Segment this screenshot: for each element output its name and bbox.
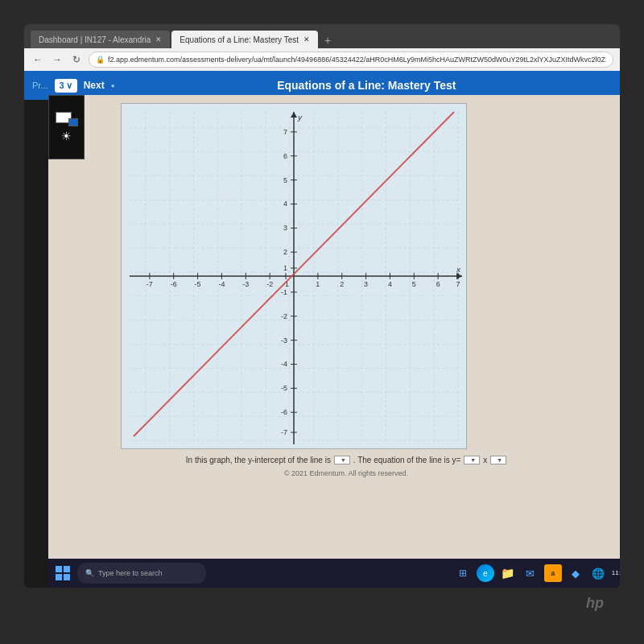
svg-text:-2: -2 [266,280,273,288]
svg-text:1: 1 [316,280,320,288]
address-bar: ← → ↻ 🔒 f2.app.edmentum.com/assessments-… [24,48,620,71]
taskbar-mail-icon[interactable]: ✉ [522,564,539,582]
svg-text:-4: -4 [218,280,225,288]
laptop-bezel: Dashboard | IN127 - Alexandria ✕ Equatio… [0,0,644,644]
svg-text:-5: -5 [195,280,201,288]
svg-text:-7: -7 [147,280,153,288]
chevron-down-icon: ∨ [66,80,72,91]
sidebar-widget: ☀ [48,95,85,159]
svg-text:5: 5 [412,280,416,288]
graph-svg: -7 -6 -5 -4 -3 -2 [122,104,466,448]
svg-text:2: 2 [340,280,344,288]
forward-button[interactable]: → [50,52,64,67]
question-text: In this graph, the y-intercept of the li… [186,456,506,464]
screen: Dashboard | IN127 - Alexandria ✕ Equatio… [24,24,620,588]
page-title: Equations of a Line: Mastery Test [122,79,612,92]
taskbar-amazon-icon[interactable]: a [544,564,562,582]
windows-icon [56,566,70,580]
svg-text:-3: -3 [281,336,287,345]
svg-text:4: 4 [388,280,392,288]
main-content: ☀ [48,95,620,559]
start-button[interactable] [53,564,72,583]
taskbar-globe-icon[interactable]: 🌐 [589,564,607,582]
taskbar-folder-icon[interactable]: 📁 [499,564,517,582]
svg-text:-6: -6 [171,280,177,288]
svg-text:3: 3 [283,224,287,232]
back-button[interactable]: ← [31,52,45,67]
question-text-2: . The equation of the line is y= [353,456,461,464]
next-button[interactable]: Next [84,80,105,91]
tab-dashboard[interactable]: Dashboard | IN127 - Alexandria ✕ [31,31,170,48]
equation-intercept-dropdown[interactable] [490,456,506,464]
tab-equations[interactable]: Equations of a Line: Mastery Test ✕ [171,31,318,48]
svg-text:-1: -1 [281,288,287,296]
svg-text:4: 4 [283,200,287,208]
search-icon: 🔍 [85,569,94,577]
taskbar: 🔍 Type here to search ⊞ e 📁 ✉ a ◆ 🌐 11:2… [48,559,620,588]
color-blocks [56,112,78,126]
browser-tabs: Dashboard | IN127 - Alexandria ✕ Equatio… [24,24,620,48]
question-text-x: x [483,456,487,464]
taskbar-icons: ⊞ e 📁 ✉ a ◆ 🌐 11:22 PM [454,564,620,582]
taskbar-clock: 11:22 PM [612,569,620,577]
svg-text:6: 6 [283,152,287,160]
svg-text:1: 1 [283,264,287,272]
svg-text:-4: -4 [281,360,287,368]
tab-dashboard-label: Dashboard | IN127 - Alexandria [39,35,151,44]
equation-slope-dropdown[interactable] [464,456,480,464]
prev-button[interactable]: Pr... [32,80,48,90]
svg-text:6: 6 [436,280,440,288]
svg-text:7: 7 [456,280,460,288]
svg-text:3: 3 [364,280,368,288]
y-intercept-dropdown[interactable] [334,456,350,464]
clock-time: 11:22 PM [612,569,620,577]
taskbar-multitask-icon[interactable]: ⊞ [454,564,472,582]
svg-text:-6: -6 [281,408,287,416]
taskbar-search[interactable]: 🔍 Type here to search [77,563,206,584]
close-tab-dashboard-icon[interactable]: ✕ [155,35,162,43]
svg-text:x: x [456,265,461,274]
hp-logo: hp [586,595,604,612]
copyright-text: © 2021 Edmentum. All rights reserved. [284,469,408,477]
svg-text:-7: -7 [281,428,287,436]
svg-text:-5: -5 [281,384,287,392]
toolbar-dot: ● [111,82,115,89]
url-field[interactable]: 🔒 f2.app.edmentum.com/assessments-delive… [89,52,613,68]
svg-text:y: y [297,113,303,122]
new-tab-button[interactable]: + [320,32,336,48]
url-text: f2.app.edmentum.com/assessments-delivery… [108,56,606,64]
close-tab-equations-icon[interactable]: ✕ [303,35,310,43]
brightness-icon[interactable]: ☀ [61,130,72,142]
svg-text:2: 2 [283,248,287,256]
svg-text:7: 7 [283,128,287,136]
svg-text:-3: -3 [242,280,249,288]
graph-container: -7 -6 -5 -4 -3 -2 [121,103,467,449]
question-number[interactable]: 3 ∨ [55,79,77,93]
question-num-value: 3 [60,80,64,90]
svg-text:-2: -2 [281,312,287,320]
reload-button[interactable]: ↻ [69,52,84,67]
svg-text:5: 5 [283,176,287,184]
tab-equations-label: Equations of a Line: Mastery Test [180,35,299,44]
question-text-1: In this graph, the y-intercept of the li… [186,456,331,464]
taskbar-edge-icon[interactable]: e [477,564,494,582]
search-placeholder: Type here to search [98,569,163,577]
taskbar-dropbox-icon[interactable]: ◆ [567,564,584,582]
